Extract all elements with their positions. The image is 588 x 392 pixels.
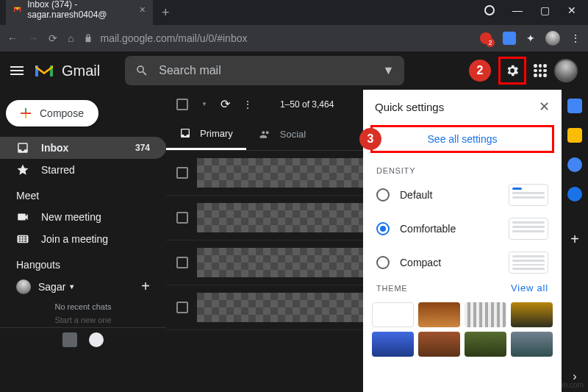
main-menu-button[interactable]: [10, 66, 24, 75]
row-checkbox[interactable]: [176, 167, 188, 179]
radio-label: Default: [400, 189, 432, 201]
theme-grid: [363, 296, 562, 363]
inbox-icon: [16, 141, 29, 154]
search-box[interactable]: Search mail ▼: [125, 56, 404, 85]
sidebar-item-label: Inbox: [41, 142, 68, 154]
search-placeholder: Search mail: [159, 64, 220, 77]
settings-button[interactable]: [498, 57, 526, 85]
contacts-tab[interactable]: [62, 332, 77, 347]
sidebar-item-new-meeting[interactable]: New meeting: [0, 206, 166, 228]
radio-icon: [376, 256, 390, 269]
search-options-icon[interactable]: ▼: [382, 64, 394, 77]
extension-2[interactable]: [503, 32, 516, 45]
side-panel-rail: + ›: [562, 90, 588, 392]
inbox-count: 374: [135, 143, 150, 153]
theme-heading: THEME: [376, 284, 408, 293]
keep-app[interactable]: [567, 128, 582, 143]
start-new-chat[interactable]: Start a new one: [0, 311, 166, 324]
incognito-icon: [484, 5, 495, 15]
forward-button[interactable]: →: [28, 32, 38, 44]
watermark: wsxin.com: [549, 381, 584, 389]
theme-thumb[interactable]: [418, 332, 460, 357]
url-text: mail.google.com/mail/u/0/#inbox: [100, 32, 247, 44]
theme-thumb[interactable]: [511, 302, 553, 327]
sidebar-bottom-tabs: [0, 327, 166, 352]
browser-tab[interactable]: Inbox (374) - sagar.naresh0404@ ×: [6, 0, 153, 25]
row-checkbox[interactable]: [176, 257, 188, 268]
tasks-app[interactable]: [567, 157, 582, 172]
density-preview: [509, 218, 548, 240]
tab-title: Inbox (374) - sagar.naresh0404@: [27, 0, 134, 20]
density-heading: DENSITY: [363, 163, 562, 178]
tab-primary[interactable]: Primary: [166, 118, 246, 150]
omnibox[interactable]: mail.google.com/mail/u/0/#inbox: [84, 32, 469, 44]
sidebar-item-label: New meeting: [41, 211, 101, 223]
radio-label: Compact: [400, 257, 441, 268]
back-button[interactable]: ←: [7, 32, 18, 44]
extension-1[interactable]: 2: [479, 32, 492, 45]
keyboard-icon: [16, 232, 29, 246]
reload-button[interactable]: ⟳: [49, 32, 57, 44]
more-button[interactable]: ⋮: [243, 99, 252, 110]
select-dropdown[interactable]: ▼: [201, 101, 207, 107]
view-all-themes[interactable]: View all: [511, 282, 548, 293]
get-addons-button[interactable]: +: [570, 231, 579, 248]
refresh-button[interactable]: ⟳: [220, 97, 230, 111]
search-icon: [135, 64, 148, 77]
panel-title: Quick settings: [375, 101, 444, 113]
gmail-icon: [13, 6, 21, 13]
calendar-app[interactable]: [567, 99, 582, 113]
gmail-header: Gmail Search mail ▼ 2: [0, 51, 588, 90]
sidebar-item-starred[interactable]: Starred: [0, 159, 166, 181]
theme-thumb[interactable]: [372, 302, 414, 327]
plus-icon: [21, 108, 31, 118]
sidebar-item-inbox[interactable]: Inbox 374: [0, 137, 166, 159]
hangouts-user-row[interactable]: Sagar ▼ +: [0, 275, 166, 298]
theme-thumb[interactable]: [372, 332, 414, 357]
extensions-menu[interactable]: ✦: [526, 32, 535, 44]
density-default[interactable]: Default: [363, 178, 562, 212]
tab-social[interactable]: Social: [246, 118, 319, 150]
theme-thumb[interactable]: [465, 302, 506, 327]
maximize-button[interactable]: ▢: [540, 4, 550, 16]
meet-section-title: Meet: [0, 181, 166, 206]
density-compact[interactable]: Compact: [363, 246, 562, 279]
close-window-button[interactable]: ✕: [567, 4, 576, 16]
minimize-button[interactable]: —: [512, 4, 523, 16]
home-button[interactable]: ⌂: [68, 32, 74, 44]
contacts-app[interactable]: [567, 187, 582, 202]
hangouts-tab[interactable]: [89, 332, 104, 347]
radio-label: Comfortable: [400, 223, 456, 235]
row-checkbox[interactable]: [176, 302, 188, 313]
radio-icon: [376, 188, 390, 202]
gmail-logo[interactable]: Gmail: [34, 63, 100, 79]
theme-thumb[interactable]: [511, 332, 553, 357]
density-comfortable[interactable]: Comfortable: [363, 212, 562, 246]
see-all-label: See all settings: [428, 133, 498, 145]
new-chat-button[interactable]: +: [141, 278, 150, 295]
density-preview: [509, 184, 548, 206]
close-panel-button[interactable]: ✕: [539, 99, 550, 115]
row-checkbox[interactable]: [176, 212, 188, 224]
video-icon: [16, 210, 29, 224]
sidebar-item-label: Join a meeting: [41, 233, 108, 245]
see-all-settings-button[interactable]: 3 See all settings: [370, 125, 554, 153]
select-all-checkbox[interactable]: [176, 99, 188, 110]
compose-button[interactable]: Compose: [6, 100, 98, 126]
annotation-marker-2: 2: [469, 60, 491, 82]
density-preview: [509, 252, 548, 274]
close-icon[interactable]: ×: [140, 4, 146, 15]
new-tab-button[interactable]: +: [153, 1, 179, 25]
hangouts-avatar: [16, 279, 31, 294]
tab-label: Social: [280, 129, 306, 140]
account-avatar[interactable]: [554, 59, 578, 82]
browser-avatar[interactable]: [545, 31, 560, 46]
theme-thumb[interactable]: [465, 332, 506, 357]
sidebar-item-label: Starred: [41, 164, 75, 176]
theme-thumb[interactable]: [418, 302, 460, 327]
main-area: Compose Inbox 374 Starred Meet New meeti…: [0, 90, 588, 392]
browser-menu[interactable]: ⋮: [570, 32, 581, 44]
sidebar-item-join-meeting[interactable]: Join a meeting: [0, 228, 166, 250]
sidebar: Compose Inbox 374 Starred Meet New meeti…: [0, 90, 166, 392]
google-apps-button[interactable]: [534, 64, 547, 77]
